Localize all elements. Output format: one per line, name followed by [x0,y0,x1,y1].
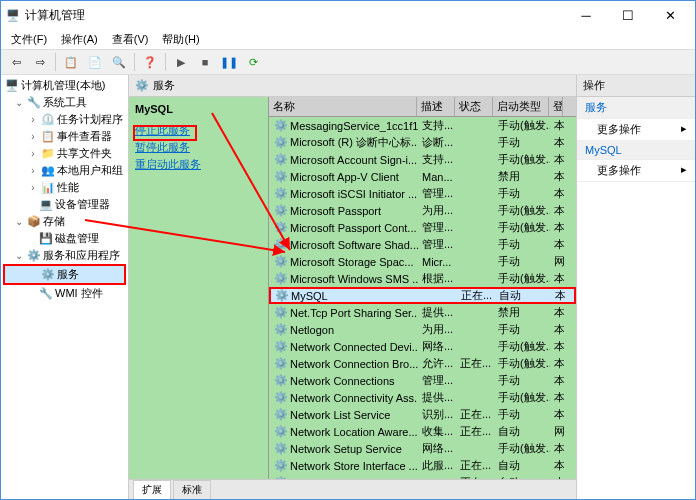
actions-header: 操作 [577,75,695,97]
service-logon: 本 [550,407,564,422]
col-status[interactable]: 状态 [455,97,493,116]
close-button[interactable]: ✕ [649,1,691,29]
actions-section-mysql: MySQL [577,141,695,160]
minimize-button[interactable]: ─ [565,1,607,29]
service-desc: 根据... [418,271,456,286]
forward-button[interactable]: ⇨ [29,51,51,73]
col-desc[interactable]: 描述 [417,97,455,116]
service-row[interactable]: ⚙️Microsoft Software Shad...管理...手动本 [269,236,576,253]
gear-icon: ⚙️ [274,153,288,167]
service-desc: 支持... [418,152,456,167]
help-button[interactable]: ❓ [139,51,161,73]
gear-icon: ⚙️ [274,357,288,371]
service-row[interactable]: ⚙️Network Connection Bro...允许...正在...手动(… [269,355,576,372]
service-row[interactable]: ⚙️Microsoft Passport为用...手动(触发...本 [269,202,576,219]
pause-service-link[interactable]: 暂停此服务 [135,140,262,155]
service-row[interactable]: ⚙️Network Connectivity Ass...提供...手动(触发.… [269,389,576,406]
service-row[interactable]: ⚙️Microsoft App-V ClientMan...禁用本 [269,168,576,185]
tree-event-viewer[interactable]: ›📋事件查看器 [3,128,126,145]
service-desc: Cont... [418,477,456,480]
tree-device-manager[interactable]: 💻设备管理器 [3,196,126,213]
service-row[interactable]: ⚙️Microsoft Passport Cont...管理...手动(触发..… [269,219,576,236]
tree-services-apps[interactable]: ⌄⚙️服务和应用程序 [3,247,126,264]
service-row[interactable]: ⚙️Network Setup Service网络...手动(触发...本 [269,440,576,457]
stop-service-link[interactable]: 停止此服务 [135,123,262,138]
service-row[interactable]: ⚙️Microsoft (R) 诊断中心标...诊断...手动本 [269,134,576,151]
tree-system-tools[interactable]: ⌄🔧系统工具 [3,94,126,111]
service-status: 正在... [456,356,494,371]
service-logon: 本 [550,220,564,235]
col-logon[interactable]: 登 [549,97,563,116]
col-name[interactable]: 名称 [269,97,417,116]
tree-services[interactable]: ⚙️服务 [3,264,126,285]
service-row[interactable]: ⚙️Network List Service识别...正在...手动本 [269,406,576,423]
service-row[interactable]: ⚙️Net.Tcp Port Sharing Ser...提供...禁用本 [269,304,576,321]
gear-icon: ⚙️ [274,476,288,480]
restart-button[interactable]: ⟳ [242,51,264,73]
menu-action[interactable]: 操作(A) [55,30,104,49]
actions-more-services[interactable]: 更多操作 ▸ [577,119,695,141]
service-logon: 本 [550,118,564,133]
menu-file[interactable]: 文件(F) [5,30,53,49]
service-name: Network Connected Devi... [290,341,418,353]
tree-disk-mgmt[interactable]: 💾磁盘管理 [3,230,126,247]
service-status: 正在... [457,288,495,303]
service-row[interactable]: ⚙️Network Connections管理...手动本 [269,372,576,389]
service-logon: 本 [550,169,564,184]
refresh-button[interactable]: 🔍 [108,51,130,73]
properties-button[interactable]: 📄 [84,51,106,73]
tab-standard[interactable]: 标准 [173,480,211,499]
bottom-tabs: 扩展 标准 [129,479,576,499]
service-startup: 自动 [494,475,550,479]
list-header: 名称 描述 状态 启动类型 登 [269,97,576,117]
gear-icon: ⚙️ [274,306,288,320]
maximize-button[interactable]: ☐ [607,1,649,29]
service-row[interactable]: ⚙️MessagingService_1cc1f1...支持...手动(触发..… [269,117,576,134]
stop-button[interactable]: ■ [194,51,216,73]
service-desc: 支持... [418,118,456,133]
service-row[interactable]: ⚙️Network Store Interface ...此服...正在...自… [269,457,576,474]
service-desc: 管理... [418,220,456,235]
service-startup: 手动(触发... [494,271,550,286]
service-name: Net.Tcp Port Sharing Ser... [290,307,418,319]
service-list[interactable]: 名称 描述 状态 启动类型 登 ⚙️MessagingService_1cc1f… [269,97,576,479]
tree-root[interactable]: 🖥️计算机管理(本地) [3,77,126,94]
tree-storage[interactable]: ⌄📦存储 [3,213,126,230]
actions-section-services: 服务 [577,97,695,119]
tab-extended[interactable]: 扩展 [133,480,171,499]
separator [55,53,56,71]
pause-button[interactable]: ❚❚ [218,51,240,73]
service-row[interactable]: ⚙️MySQL正在...自动本 [269,287,576,304]
service-row[interactable]: ⚙️NVIDIA Display Contain...Cont...正在...自… [269,474,576,479]
service-name: Microsoft Passport Cont... [290,222,417,234]
service-row[interactable]: ⚙️Network Location Aware...收集...正在...自动网 [269,423,576,440]
gear-icon: ⚙️ [274,340,288,354]
service-row[interactable]: ⚙️Network Connected Devi...网络...手动(触发...… [269,338,576,355]
service-name: Microsoft Storage Spac... [290,256,414,268]
service-startup: 手动 [494,407,550,422]
menu-view[interactable]: 查看(V) [106,30,155,49]
tree-local-users[interactable]: ›👥本地用户和组 [3,162,126,179]
service-desc: Man... [418,171,456,183]
col-startup[interactable]: 启动类型 [493,97,549,116]
restart-service-link[interactable]: 重启动此服务 [135,157,262,172]
tree-wmi[interactable]: 🔧WMI 控件 [3,285,126,302]
service-row[interactable]: ⚙️Microsoft Account Sign-i...支持...手动(触发.… [269,151,576,168]
list-rows: ⚙️MessagingService_1cc1f1...支持...手动(触发..… [269,117,576,479]
menu-help[interactable]: 帮助(H) [156,30,205,49]
service-row[interactable]: ⚙️Microsoft Storage Spac...Micr...手动网 [269,253,576,270]
actions-more-mysql[interactable]: 更多操作 ▸ [577,160,695,182]
service-row[interactable]: ⚙️Microsoft Windows SMS ...根据...手动(触发...… [269,270,576,287]
tree-task-scheduler[interactable]: ›⏲️任务计划程序 [3,111,126,128]
back-button[interactable]: ⇦ [5,51,27,73]
up-button[interactable]: 📋 [60,51,82,73]
service-row[interactable]: ⚙️Netlogon为用...手动本 [269,321,576,338]
service-row[interactable]: ⚙️Microsoft iSCSI Initiator ...管理...手动本 [269,185,576,202]
tree-shared-folders[interactable]: ›📁共享文件夹 [3,145,126,162]
service-startup: 手动(触发... [494,203,550,218]
play-button[interactable]: ▶ [170,51,192,73]
service-startup: 手动 [494,373,550,388]
actions-pane: 操作 服务 更多操作 ▸ MySQL 更多操作 ▸ [577,75,695,499]
tree-performance[interactable]: ›📊性能 [3,179,126,196]
service-name: MessagingService_1cc1f1... [290,120,418,132]
